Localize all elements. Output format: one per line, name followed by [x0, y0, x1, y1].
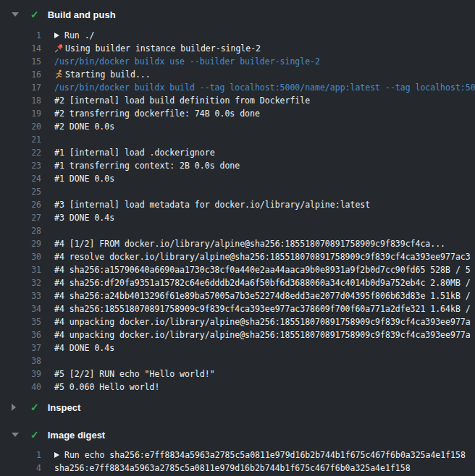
line-number[interactable]: 22 [0, 146, 41, 159]
line-number[interactable]: 39 [0, 367, 41, 381]
log-line-content: #4 sha256:a24bb4013296f61e89ba57005a7b3e… [54, 289, 471, 302]
log-line: 1Run echo sha256:e7ff8834a5963a2785c5a08… [0, 449, 475, 462]
line-number[interactable]: 1 [0, 449, 41, 462]
log-line-text: #1 DONE 0.0s [54, 174, 114, 184]
log-line-text: #4 resolve docker.io/library/alpine@sha2… [54, 252, 471, 262]
line-number[interactable]: 25 [0, 185, 41, 198]
line-number[interactable]: 28 [0, 224, 41, 237]
log-line-content: #4 resolve docker.io/library/alpine@sha2… [54, 250, 471, 263]
success-check-icon: ✓ [30, 9, 39, 20]
log-line: 33#4 sha256:a24bb4013296f61e89ba57005a7b… [0, 289, 475, 302]
section-title: Inspect [48, 402, 81, 413]
line-number[interactable]: 20 [0, 120, 41, 133]
success-check-icon: ✓ [30, 430, 39, 440]
log-line-content[interactable]: Run echo sha256:e7ff8834a5963a2785c5a081… [54, 449, 466, 462]
line-number[interactable]: 24 [0, 172, 41, 185]
log-line-content: /usr/bin/docker buildx use --builder bui… [54, 55, 320, 68]
section-header-build-and-push[interactable]: ✓Build and push [0, 7, 475, 22]
log-line: 19#2 transferring dockerfile: 74B 0.0s d… [0, 107, 475, 120]
log-line-text: #3 [internal] load metadata for docker.i… [54, 200, 370, 210]
log-line-content[interactable]: Run ./ [54, 29, 95, 42]
log-line-content: #5 [2/2] RUN echo "Hello world!" [54, 367, 215, 381]
line-number[interactable]: 40 [0, 381, 41, 394]
line-number[interactable]: 19 [0, 107, 41, 120]
log-block: 1Run echo sha256:e7ff8834a5963a2785c5a08… [0, 443, 475, 475]
line-number[interactable]: 4 [0, 462, 41, 475]
log-line: 28 [0, 224, 475, 237]
line-number[interactable]: 32 [0, 276, 41, 289]
line-number[interactable]: 17 [0, 81, 41, 94]
log-line-content: #4 sha256:df20fa9351a15782c64e6dddb2d4a6… [54, 276, 471, 289]
section-header-inspect[interactable]: ✓Inspect [0, 399, 475, 415]
log-line: 25 [0, 185, 475, 198]
log-line-text: #4 unpacking docker.io/library/alpine@sh… [54, 330, 471, 340]
log-line-content: Using builder instance builder-single-2 [54, 42, 261, 55]
log-line-text: Using builder instance builder-single-2 [65, 43, 261, 54]
log-line-text: #1 transferring context: 2B 0.0s done [54, 161, 240, 171]
line-number[interactable]: 35 [0, 315, 41, 328]
log-line-content: #1 [internal] load .dockerignore [54, 146, 215, 159]
log-line: 17/usr/bin/docker buildx build --tag loc… [0, 81, 475, 94]
log-line-text: #4 [1/2] FROM docker.io/library/alpine@s… [54, 239, 445, 249]
log-line: 23#1 transferring context: 2B 0.0s done [0, 159, 475, 172]
log-line-content: #3 [internal] load metadata for docker.i… [54, 198, 370, 211]
log-line: 38 [0, 354, 475, 367]
log-line: 27#3 DONE 0.4s [0, 211, 475, 224]
line-number[interactable]: 14 [0, 42, 41, 55]
log-line-content: #4 unpacking docker.io/library/alpine@sh… [54, 328, 471, 341]
log-line-text: #4 sha256:a15790640a6690aa1730c38cf0a440… [54, 265, 471, 275]
log-line-text: #2 DONE 0.0s [54, 122, 114, 132]
log-line: 24#1 DONE 0.0s [0, 172, 475, 185]
log-line-content: #5 0.060 Hello world! [54, 381, 159, 394]
log-line-text: #4 sha256:df20fa9351a15782c64e6dddb2d4a6… [54, 278, 471, 288]
line-number[interactable]: 30 [0, 250, 41, 263]
log-line-content: #4 unpacking docker.io/library/alpine@sh… [54, 315, 471, 328]
log-line-content: #2 [internal] load build definition from… [54, 94, 310, 107]
log-line-content: #4 sha256:a15790640a6690aa1730c38cf0a440… [54, 263, 471, 276]
log-line: 1Run ./ [0, 29, 475, 42]
line-number[interactable]: 33 [0, 289, 41, 302]
line-number[interactable]: 18 [0, 94, 41, 107]
line-number[interactable]: 1 [0, 29, 41, 42]
line-number[interactable]: 15 [0, 55, 41, 68]
log-line: 14Using builder instance builder-single-… [0, 42, 475, 55]
line-number[interactable]: 34 [0, 302, 41, 315]
line-number[interactable]: 21 [0, 133, 41, 146]
line-number[interactable]: 27 [0, 211, 41, 224]
chevron-down-icon[interactable] [12, 433, 19, 437]
chevron-right-icon[interactable] [12, 404, 16, 411]
log-block: 1Run ./14Using builder instance builder-… [0, 22, 475, 396]
log-line-text: #4 DONE 0.4s [54, 343, 114, 353]
log-line-text: Run echo sha256:e7ff8834a5963a2785c5a081… [64, 450, 466, 460]
line-number[interactable]: 36 [0, 328, 41, 341]
play-expand-icon[interactable] [54, 33, 59, 38]
log-line-text: #2 [internal] load build definition from… [54, 95, 310, 106]
chevron-down-icon[interactable] [12, 12, 19, 17]
section-header-image-digest[interactable]: ✓Image digest [0, 427, 475, 443]
line-number[interactable]: 23 [0, 159, 41, 172]
line-number[interactable]: 26 [0, 198, 41, 211]
log-line-content: #4 [1/2] FROM docker.io/library/alpine@s… [54, 237, 445, 250]
log-line-content: #4 sha256:185518070891758909c9f839cf4ca3… [54, 302, 471, 315]
log-line-content: Starting build... [54, 68, 151, 81]
log-line-text: #4 sha256:185518070891758909c9f839cf4ca3… [54, 304, 471, 314]
log-line: 34#4 sha256:185518070891758909c9f839cf4c… [0, 302, 475, 315]
log-line: 21 [0, 133, 475, 146]
line-number[interactable]: 16 [0, 68, 41, 81]
log-line-text: #5 [2/2] RUN echo "Hello world!" [54, 369, 215, 379]
log-line-text: #4 unpacking docker.io/library/alpine@sh… [54, 317, 471, 327]
line-number[interactable]: 31 [0, 263, 41, 276]
log-line-text: /usr/bin/docker buildx use --builder bui… [54, 56, 320, 67]
log-line: 22#1 [internal] load .dockerignore [0, 146, 475, 159]
log-line: 29#4 [1/2] FROM docker.io/library/alpine… [0, 237, 475, 250]
line-number[interactable]: 38 [0, 354, 41, 367]
line-number[interactable]: 29 [0, 237, 41, 250]
log-line: 31#4 sha256:a15790640a6690aa1730c38cf0a4… [0, 263, 475, 276]
log-line: 18#2 [internal] load build definition fr… [0, 94, 475, 107]
log-line-content: #1 transferring context: 2B 0.0s done [54, 159, 240, 172]
section-title: Image digest [48, 430, 105, 441]
log-line-text: sha256:e7ff8834a5963a2785c5a0811e979d16b… [54, 463, 411, 473]
play-expand-icon[interactable] [54, 452, 59, 458]
line-number[interactable]: 37 [0, 341, 41, 354]
actions-log-viewer: ✓Build and push1Run ./14Using builder in… [0, 0, 475, 475]
